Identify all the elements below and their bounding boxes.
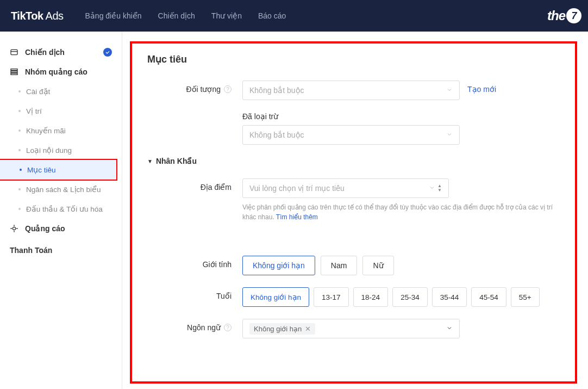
sidebar-item-payment[interactable]: Thanh Toán — [0, 238, 122, 262]
age-option-unlimited[interactable]: Không giới hạn — [242, 287, 309, 307]
logo: TikTok Ads — [11, 10, 64, 22]
age-option-55plus[interactable]: 55+ — [511, 287, 540, 307]
create-new-link[interactable]: Tạo mới — [467, 81, 496, 100]
sidebar: Chiến dịch Nhóm quảng cáo Cài đặt Vị trí… — [0, 32, 122, 389]
sidebar-sub-label: Cài đặt — [26, 87, 50, 96]
excluded-select[interactable]: Không bắt buộc — [242, 125, 460, 145]
nav-tabs: Bảng điều khiển Chiến dịch Thư viện Báo … — [85, 11, 286, 20]
content-area: Mục tiêu Đối tượng ? Không bắt buộc Tạo … — [122, 32, 588, 389]
sidebar-sub-content-type[interactable]: Loại nội dung — [0, 140, 122, 160]
top-header: TikTok Ads Bảng điều khiển Chiến dịch Th… — [0, 0, 588, 32]
sidebar-sub-budget[interactable]: Ngân sách & Lịch biểu — [0, 180, 122, 199]
location-hint: Việc phân phối quảng cáo trên thực tế có… — [242, 202, 560, 222]
sidebar-sub-label: Khuyến mãi — [26, 126, 66, 135]
location-label: Địa điểm — [147, 178, 242, 192]
chevron-down-icon — [429, 184, 435, 193]
age-option-25-34[interactable]: 25-34 — [392, 287, 428, 307]
svg-rect-3 — [11, 71, 17, 73]
sidebar-item-ad[interactable]: Quảng cáo — [0, 219, 122, 238]
sidebar-sub-placement[interactable]: Vị trí — [0, 101, 122, 121]
campaign-icon — [10, 48, 20, 57]
sidebar-label-ad: Quảng cáo — [25, 224, 65, 233]
language-tag: Không giới hạn ✕ — [249, 323, 315, 335]
select-placeholder: Không bắt buộc — [249, 86, 304, 95]
svg-rect-2 — [11, 69, 17, 71]
nav-tab-dashboard[interactable]: Bảng điều khiển — [85, 11, 142, 20]
learn-more-link[interactable]: Tìm hiểu thêm — [276, 213, 318, 221]
sidebar-label-campaign: Chiến dịch — [25, 48, 65, 57]
select-placeholder: Vui lòng chọn vị trí mục tiêu — [249, 184, 345, 193]
sidebar-item-adgroup[interactable]: Nhóm quảng cáo — [0, 62, 122, 82]
gender-label: Giới tính — [147, 256, 242, 269]
language-label: Ngôn ngữ ? — [147, 319, 242, 332]
location-select[interactable]: Vui lòng chọn vị trí mục tiêu ▲▼ — [242, 178, 449, 198]
sidebar-item-campaign[interactable]: Chiến dịch — [0, 42, 122, 62]
chevron-down-icon — [446, 86, 453, 95]
language-tag-text: Không giới hạn — [254, 325, 302, 333]
ad-icon — [10, 224, 20, 233]
sidebar-sub-label: Ngân sách & Lịch biểu — [26, 185, 101, 194]
svg-point-5 — [12, 227, 15, 230]
age-label: Tuổi — [147, 287, 242, 300]
chevron-down-icon — [446, 131, 453, 139]
highlighted-panel: Mục tiêu Đối tượng ? Không bắt buộc Tạo … — [130, 41, 577, 384]
age-button-group: Không giới hạn 13-17 18-24 25-34 35-44 4… — [242, 287, 560, 307]
chevron-down-icon — [446, 324, 453, 333]
check-icon — [103, 48, 112, 57]
svg-rect-0 — [11, 50, 17, 54]
partner-brand-number: 7 — [566, 8, 581, 23]
gender-option-unlimited[interactable]: Không giới hạn — [242, 256, 315, 275]
audience-select[interactable]: Không bắt buộc — [242, 81, 460, 100]
audience-label: Đối tượng ? — [147, 81, 242, 94]
partner-brand-text: the — [547, 8, 565, 23]
excluded-label: Đã loại trừ — [242, 112, 547, 121]
demographics-label: Nhân Khẩu — [156, 157, 197, 165]
age-option-45-54[interactable]: 45-54 — [471, 287, 506, 307]
remove-tag-icon[interactable]: ✕ — [305, 325, 311, 333]
logo-brand: TikTok — [11, 10, 43, 22]
gender-option-female[interactable]: Nữ — [362, 256, 393, 275]
nav-tab-campaign[interactable]: Chiến dịch — [158, 11, 195, 20]
sidebar-sub-label: Mục tiêu — [27, 165, 56, 174]
help-icon[interactable]: ? — [224, 85, 232, 93]
adgroup-icon — [10, 67, 20, 76]
gender-option-male[interactable]: Nam — [321, 256, 358, 275]
age-option-18-24[interactable]: 18-24 — [353, 287, 389, 307]
svg-rect-4 — [11, 73, 17, 75]
main-layout: Chiến dịch Nhóm quảng cáo Cài đặt Vị trí… — [0, 32, 588, 389]
demographics-toggle[interactable]: ▼ Nhân Khẩu — [147, 157, 560, 165]
age-option-35-44[interactable]: 35-44 — [432, 287, 467, 307]
sidebar-label-adgroup: Nhóm quảng cáo — [25, 67, 87, 76]
sidebar-sub-settings[interactable]: Cài đặt — [0, 82, 122, 101]
language-select[interactable]: Không giới hạn ✕ — [242, 319, 460, 338]
triangle-down-icon: ▼ — [147, 158, 153, 164]
nav-tab-report[interactable]: Báo cáo — [258, 11, 286, 20]
select-placeholder: Không bắt buộc — [249, 131, 304, 139]
logo-ads: Ads — [43, 10, 64, 22]
stepper-icon[interactable]: ▲▼ — [437, 184, 442, 193]
sidebar-sub-label: Loại nội dung — [26, 146, 72, 155]
nav-tab-library[interactable]: Thư viện — [211, 11, 242, 20]
help-icon[interactable]: ? — [224, 324, 232, 331]
sidebar-sub-bid[interactable]: Đấu thầu & Tối ưu hóa — [0, 199, 122, 219]
age-option-13-17[interactable]: 13-17 — [314, 287, 349, 307]
page-title: Mục tiêu — [147, 53, 560, 65]
sidebar-label-payment: Thanh Toán — [10, 246, 52, 255]
sidebar-sub-label: Vị trí — [26, 107, 42, 115]
sidebar-sub-targeting[interactable]: Mục tiêu — [0, 159, 117, 181]
sidebar-sub-promotions[interactable]: Khuyến mãi — [0, 121, 122, 140]
sidebar-sub-label: Đấu thầu & Tối ưu hóa — [26, 205, 103, 213]
partner-brand: the 7 — [547, 8, 581, 23]
gender-button-group: Không giới hạn Nam Nữ — [242, 256, 547, 275]
